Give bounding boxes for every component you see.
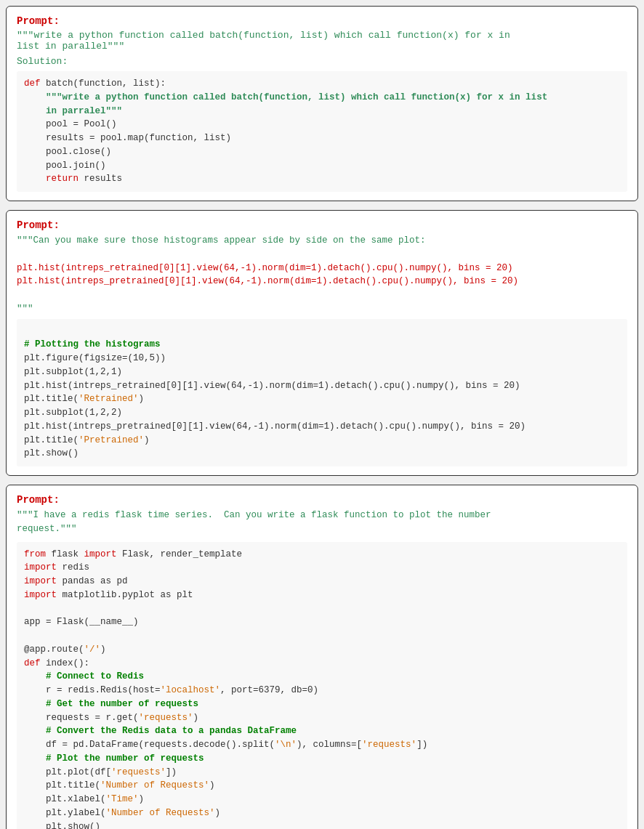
card-2: Prompt: """Can you make sure those histo…: [6, 210, 638, 476]
prompt-label-3: Prompt:: [17, 494, 627, 506]
card-3: Prompt: """I have a redis flask time ser…: [6, 485, 638, 829]
prompt-label-2: Prompt:: [17, 219, 627, 231]
prompt-label-1: Prompt:: [17, 15, 627, 27]
code-block-2: # Plotting the histograms plt.figure(fig…: [17, 319, 627, 467]
prompt-text-1: """write a python function called batch(…: [17, 30, 627, 52]
solution-label-1: Solution:: [17, 56, 627, 67]
code-block-3: from flask import Flask, render_template…: [17, 542, 627, 830]
code-block-1: def batch(function, list): """write a py…: [17, 71, 627, 192]
card-1: Prompt: """write a python function calle…: [6, 6, 638, 201]
code-block-3-prompt: """I have a redis flask time series. Can…: [17, 509, 627, 542]
code-block-2-prompt: """Can you make sure those histograms ap…: [17, 234, 627, 319]
